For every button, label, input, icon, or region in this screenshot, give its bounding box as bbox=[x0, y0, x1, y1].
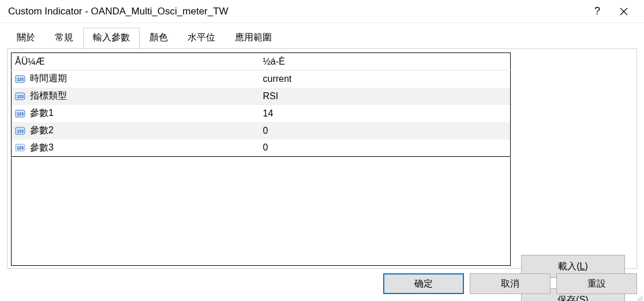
cancel-button[interactable]: 取消 bbox=[470, 273, 551, 294]
dialog-content: 關於 常規 輸入參數 顏色 水平位 應用範圍 ÅÜ¼Æ ½á-È bbox=[0, 23, 644, 301]
reset-button[interactable]: 重設 bbox=[556, 273, 637, 294]
parameters-table: ÅÜ¼Æ ½á-È 123 時間週期 current bbox=[11, 52, 511, 157]
table-row[interactable]: 123 指標類型 RSI bbox=[12, 88, 511, 105]
tab-colors[interactable]: 顏色 bbox=[140, 28, 178, 48]
tab-strip: 關於 常規 輸入參數 顏色 水平位 應用範圍 bbox=[7, 28, 637, 48]
svg-text:123: 123 bbox=[17, 77, 24, 81]
table-row[interactable]: 123 參數1 14 bbox=[12, 105, 511, 122]
param-name: 參數2 bbox=[30, 125, 54, 137]
window-title: Custom Indicator - OANDA_Multi_Osci_mete… bbox=[8, 6, 584, 17]
column-header-name[interactable]: ÅÜ¼Æ bbox=[12, 53, 260, 70]
param-value[interactable]: 0 bbox=[260, 140, 511, 157]
resize-grip-icon[interactable] bbox=[636, 293, 643, 300]
help-button[interactable]: ? bbox=[584, 2, 611, 21]
tab-general[interactable]: 常規 bbox=[45, 28, 83, 48]
param-value[interactable]: RSI bbox=[260, 88, 511, 105]
svg-point-11 bbox=[639, 299, 641, 300]
close-button[interactable] bbox=[611, 2, 637, 21]
svg-text:123: 123 bbox=[17, 146, 24, 150]
column-header-value[interactable]: ½á-È bbox=[260, 53, 511, 70]
svg-text:123: 123 bbox=[17, 129, 24, 133]
close-icon bbox=[620, 7, 628, 16]
dialog-buttons: 确定 取消 重設 bbox=[383, 273, 637, 294]
window-titlebar: Custom Indicator - OANDA_Multi_Osci_mete… bbox=[0, 0, 644, 23]
param-name: 時間週期 bbox=[30, 73, 67, 85]
number-icon: 123 bbox=[15, 142, 27, 153]
ok-button[interactable]: 确定 bbox=[383, 273, 464, 294]
param-value[interactable]: current bbox=[260, 70, 511, 88]
param-value[interactable]: 0 bbox=[260, 122, 511, 140]
svg-point-9 bbox=[641, 298, 642, 299]
number-icon: 123 bbox=[15, 91, 27, 101]
svg-point-12 bbox=[641, 299, 642, 300]
svg-point-10 bbox=[638, 299, 639, 300]
tab-about[interactable]: 關於 bbox=[7, 28, 45, 48]
tab-inputs[interactable]: 輸入參數 bbox=[83, 28, 140, 48]
param-name: 指標類型 bbox=[30, 90, 67, 102]
svg-text:123: 123 bbox=[17, 112, 24, 116]
table-empty-area bbox=[11, 157, 511, 266]
number-icon: 123 bbox=[15, 74, 27, 84]
number-icon: 123 bbox=[15, 126, 27, 136]
table-row[interactable]: 123 參數2 0 bbox=[12, 122, 511, 140]
param-value[interactable]: 14 bbox=[260, 105, 511, 122]
param-name: 參數1 bbox=[30, 107, 54, 119]
tab-scope[interactable]: 應用範圍 bbox=[225, 28, 282, 48]
svg-point-8 bbox=[639, 298, 641, 299]
svg-point-7 bbox=[641, 296, 642, 297]
table-row[interactable]: 123 時間週期 current bbox=[12, 70, 511, 88]
tab-panel-inputs: ÅÜ¼Æ ½á-È 123 時間週期 current bbox=[7, 48, 637, 269]
svg-text:123: 123 bbox=[17, 95, 24, 99]
table-row[interactable]: 123 參數3 0 bbox=[12, 140, 511, 157]
param-name: 參數3 bbox=[30, 142, 54, 154]
number-icon: 123 bbox=[15, 108, 27, 119]
tab-levels[interactable]: 水平位 bbox=[178, 28, 225, 48]
